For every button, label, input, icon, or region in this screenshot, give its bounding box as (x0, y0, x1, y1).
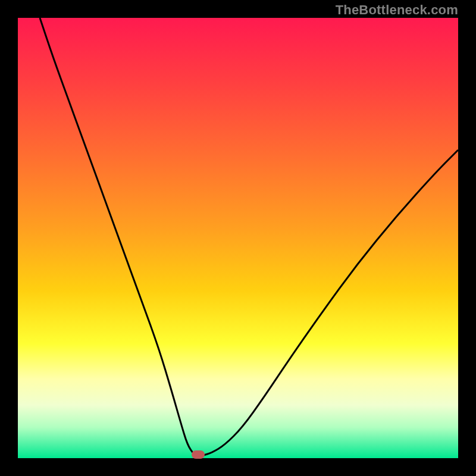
optimal-point-marker (192, 450, 205, 459)
plot-area (18, 18, 458, 458)
bottleneck-curve (40, 18, 458, 456)
chart-frame: TheBottleneck.com (0, 0, 476, 476)
curve-svg (18, 18, 458, 458)
watermark-text: TheBottleneck.com (336, 2, 458, 18)
